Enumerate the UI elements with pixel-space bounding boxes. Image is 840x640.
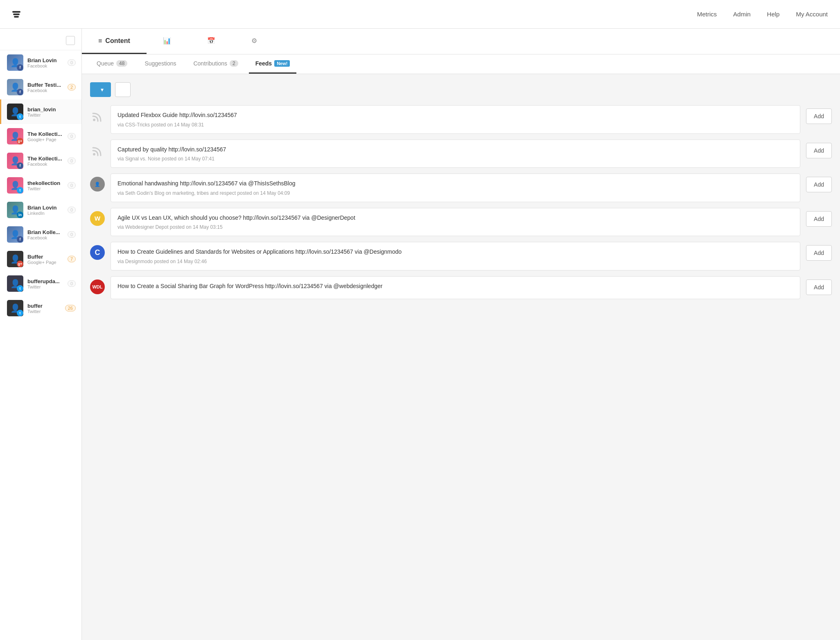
header-nav: Metrics Admin Help My Account (697, 11, 828, 18)
account-type: Twitter (27, 309, 65, 314)
account-avatar: 👤 g+ (7, 128, 23, 144)
account-item-brian-li[interactable]: 👤 in Brian Lovin LinkedIn 0 (0, 198, 81, 222)
tab-settings[interactable]: ⚙ (235, 29, 277, 54)
rss-icon (90, 144, 105, 158)
account-info: Brian Kolle... Facebook (27, 229, 68, 240)
account-item-buffer-tw[interactable]: 👤 t buffer Twitter 26 (0, 296, 81, 320)
manage-feeds-button[interactable] (115, 82, 131, 97)
add-to-queue-button[interactable]: Add (806, 108, 832, 124)
feed-card: How to Create a Social Sharing Bar Graph… (111, 276, 800, 299)
account-item-kollekti-fb[interactable]: 👤 f The Kollecti... Facebook 0 (0, 149, 81, 173)
feed-card-title: Updated Flexbox Guide http://lovin.so/12… (117, 111, 793, 119)
svg-point-0 (93, 119, 95, 121)
account-type: Twitter (27, 186, 68, 191)
feed-item: Captured by quality http://lovin.so/1234… (90, 140, 832, 168)
account-avatar: 👤 g+ (7, 251, 23, 267)
tab-analytics[interactable]: 📊 (147, 29, 191, 54)
contributions-label: Contributions (193, 60, 227, 67)
add-to-queue-button[interactable]: Add (806, 211, 832, 227)
feed-card-title: Captured by quality http://lovin.so/1234… (117, 146, 793, 154)
feed-item: w Agile UX vs Lean UX, which should you … (90, 208, 832, 237)
feed-card: Updated Flexbox Guide http://lovin.so/12… (111, 105, 800, 134)
feed-item: Updated Flexbox Guide http://lovin.so/12… (90, 105, 832, 134)
account-item-brian-fb[interactable]: 👤 f Brian Lovin Facebook 0 (0, 50, 81, 75)
subtab-suggestions[interactable]: Suggestions (138, 54, 183, 74)
account-name: The Kollecti... (27, 155, 68, 162)
source-icon: 👤 (90, 177, 105, 192)
add-to-queue-button[interactable]: Add (806, 245, 832, 261)
feed-card-title: Agile UX vs Lean UX, which should you ch… (117, 214, 793, 222)
account-type: Facebook (27, 88, 68, 93)
account-name: buffer (27, 303, 65, 309)
account-item-bufferupda-tw[interactable]: 👤 t bufferupda... Twitter 0 (0, 271, 81, 296)
account-avatar: 👤 t (7, 177, 23, 194)
accounts-list: 👤 f Brian Lovin Facebook 0 👤 f Buffer Te… (0, 50, 81, 320)
feed-card: Emotional handwashing http://lovin.so/12… (111, 174, 800, 202)
subtab-feeds[interactable]: Feeds New! (249, 54, 297, 74)
subtab-contributions[interactable]: Contributions 2 (187, 54, 244, 74)
feed-card-title: How to Create Guidelines and Standards f… (117, 248, 793, 256)
layers-icon: ≡ (98, 37, 102, 45)
queue-label: Queue (97, 60, 114, 67)
main-content: ≡ Content 📊 📅 ⚙ Queue 48 Sugg (82, 29, 840, 640)
account-item-buffer-fb[interactable]: 👤 f Buffer Testi... Facebook 2 (0, 75, 81, 99)
account-avatar: 👤 f (7, 153, 23, 169)
account-type: Facebook (27, 235, 68, 240)
subtabs: Queue 48 Suggestions Contributions 2 Fee… (82, 54, 840, 74)
nav-help[interactable]: Help (767, 11, 780, 18)
feed-card: Agile UX vs Lean UX, which should you ch… (111, 208, 800, 237)
svg-point-1 (93, 153, 95, 155)
account-count: 2 (68, 84, 76, 90)
tab-content[interactable]: ≡ Content (82, 29, 147, 54)
account-avatar: 👤 f (7, 54, 23, 71)
feed-item: C How to Create Guidelines and Standards… (90, 242, 832, 270)
platform-badge: g+ (17, 261, 23, 267)
nav-metrics[interactable]: Metrics (697, 11, 717, 18)
nav-admin[interactable]: Admin (733, 11, 751, 18)
account-info: The Kollecti... Facebook (27, 155, 68, 167)
account-info: The Kollecti... Google+ Page (27, 131, 68, 142)
add-to-queue-button[interactable]: Add (806, 143, 832, 158)
account-item-brian-kolle-fb[interactable]: 👤 f Brian Kolle... Facebook 0 (0, 222, 81, 247)
platform-badge: t (17, 113, 23, 120)
account-item-thekollekti-tw[interactable]: 👤 t thekollection Twitter 0 (0, 173, 81, 198)
account-info: Buffer Google+ Page (27, 254, 68, 265)
platform-badge: in (17, 212, 23, 218)
queue-badge: 48 (116, 60, 127, 67)
account-avatar: 👤 t (7, 300, 23, 316)
calendar-icon: 📅 (207, 37, 215, 45)
account-name: brian_lovin (27, 106, 76, 113)
account-type: Twitter (27, 113, 76, 117)
sidebar: 👤 f Brian Lovin Facebook 0 👤 f Buffer Te… (0, 29, 82, 640)
platform-badge: f (17, 236, 23, 243)
add-account-button[interactable] (66, 36, 75, 45)
layout: 👤 f Brian Lovin Facebook 0 👤 f Buffer Te… (0, 29, 840, 640)
add-to-queue-button[interactable]: Add (806, 279, 832, 295)
viewing-all-feeds-button[interactable]: ▾ (90, 82, 111, 97)
account-count: 0 (68, 231, 76, 238)
feed-card-title: How to Create a Social Sharing Bar Graph… (117, 282, 793, 291)
subtab-queue[interactable]: Queue 48 (90, 54, 134, 74)
account-avatar: 👤 in (7, 202, 23, 218)
account-item-brian-tw[interactable]: 👤 t brian_lovin Twitter (0, 99, 81, 124)
account-name: The Kollecti... (27, 131, 68, 137)
feed-card: How to Create Guidelines and Standards f… (111, 242, 800, 270)
content-area: ▾ Updated Flexbox Guide http://lovin.so/… (82, 74, 840, 307)
source-icon: WDL (90, 279, 105, 294)
main-tabs: ≡ Content 📊 📅 ⚙ (82, 29, 840, 54)
logo[interactable] (12, 11, 27, 18)
account-info: Brian Lovin Facebook (27, 57, 68, 68)
platform-badge: g+ (17, 138, 23, 144)
platform-badge: f (17, 64, 23, 71)
account-avatar: 👤 t (7, 275, 23, 292)
feed-item: 👤 Emotional handwashing http://lovin.so/… (90, 174, 832, 202)
add-to-queue-button[interactable]: Add (806, 177, 832, 192)
nav-my-account[interactable]: My Account (796, 11, 828, 18)
platform-badge: f (17, 89, 23, 95)
account-item-buffer-gp[interactable]: 👤 g+ Buffer Google+ Page 7 (0, 247, 81, 271)
account-name: Brian Lovin (27, 57, 68, 63)
tab-schedule[interactable]: 📅 (191, 29, 235, 54)
logo-icon (12, 11, 20, 18)
feed-card-meta: via Signal vs. Noise posted on 14 May 07… (117, 156, 793, 162)
account-item-kollekti-gp[interactable]: 👤 g+ The Kollecti... Google+ Page 0 (0, 124, 81, 149)
